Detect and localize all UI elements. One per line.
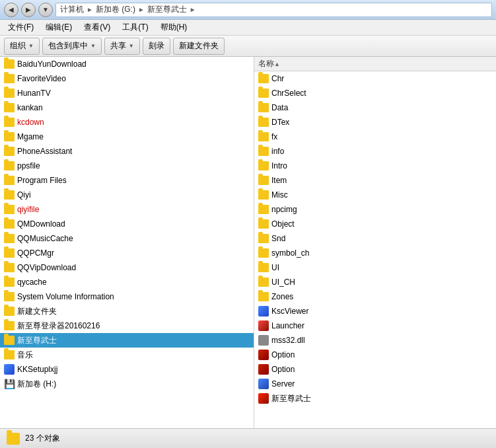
list-item[interactable]: Program Files <box>0 173 254 188</box>
list-item[interactable]: Mgame <box>0 130 254 144</box>
folder-icon <box>258 263 269 272</box>
list-item[interactable]: kankan <box>0 100 254 115</box>
file-name: QQMusicCache <box>17 234 73 243</box>
menu-edit[interactable]: 编辑(E) <box>40 20 77 34</box>
list-item[interactable]: Intro <box>254 159 496 173</box>
list-item[interactable]: qiyifile <box>0 202 254 217</box>
list-item-selected[interactable]: 新至尊武士 <box>0 333 254 348</box>
list-item[interactable]: Zones <box>254 289 496 304</box>
file-name: HunanTV <box>17 89 51 98</box>
include-library-button[interactable]: 包含到库中 ▼ <box>42 38 102 55</box>
folder-icon <box>258 292 269 301</box>
folder-icon <box>4 205 15 214</box>
list-item[interactable]: info <box>254 144 496 159</box>
forward-button[interactable]: ▶ <box>21 3 36 17</box>
list-item[interactable]: UI <box>254 260 496 275</box>
list-item[interactable]: FavoriteVideo <box>0 71 254 86</box>
sort-arrow-icon: ▲ <box>274 61 280 67</box>
list-item[interactable]: qycache <box>0 275 254 289</box>
list-item[interactable]: 新建文件夹 <box>0 304 254 318</box>
list-item[interactable]: npcimg <box>254 202 496 217</box>
list-item[interactable]: HunanTV <box>0 86 254 100</box>
file-name: 新至尊登录器20160216 <box>17 320 100 332</box>
back-button[interactable]: ◀ <box>4 3 18 17</box>
list-item[interactable]: BaiduYunDownload <box>0 57 254 71</box>
list-item[interactable]: 新至尊登录器20160216 <box>0 318 254 333</box>
file-name: Mgame <box>17 132 44 141</box>
menu-help[interactable]: 帮助(H) <box>155 20 193 34</box>
breadcrumb-sep1: ► <box>87 6 93 13</box>
list-item[interactable]: System Volume Information <box>0 289 254 304</box>
list-item[interactable]: Server <box>254 377 496 391</box>
column-header[interactable]: 名称 ▲ <box>254 57 496 71</box>
status-bar: 23 个对象 <box>0 428 496 448</box>
list-item[interactable]: kcdown <box>0 115 254 130</box>
dropdown-button[interactable]: ▼ <box>38 3 53 17</box>
menu-file[interactable]: 文件(F) <box>3 20 39 34</box>
list-item[interactable]: 新至尊武士 <box>254 391 496 406</box>
file-name: 新至尊武士 <box>271 393 311 404</box>
list-item[interactable]: ppsfile <box>0 159 254 173</box>
list-item[interactable]: Launcher <box>254 318 496 333</box>
server-icon <box>258 379 269 389</box>
new-folder-button[interactable]: 新建文件夹 <box>173 38 225 55</box>
option2-icon <box>258 364 269 375</box>
list-item[interactable]: QQPCMgr <box>0 246 254 260</box>
breadcrumb-computer: 计算机 <box>60 4 84 15</box>
folder-icon <box>258 147 269 156</box>
folder-icon <box>4 307 15 316</box>
folder-icon <box>4 161 15 170</box>
file-name: kankan <box>17 103 43 112</box>
list-item[interactable]: symbol_ch <box>254 246 496 260</box>
status-count: 23 个对象 <box>25 433 60 444</box>
list-item[interactable]: Misc <box>254 188 496 202</box>
main-content: BaiduYunDownload FavoriteVideo HunanTV k… <box>0 57 496 428</box>
list-item[interactable]: KscViewer <box>254 304 496 318</box>
list-item[interactable]: PhoneAssistant <box>0 144 254 159</box>
list-item[interactable]: fx <box>254 130 496 144</box>
list-item[interactable]: DTex <box>254 115 496 130</box>
folder-icon <box>258 248 269 258</box>
list-item[interactable]: 音乐 <box>0 348 254 362</box>
left-file-list[interactable]: BaiduYunDownload FavoriteVideo HunanTV k… <box>0 57 254 428</box>
list-item[interactable]: mss32.dll <box>254 333 496 348</box>
file-name: Zones <box>271 292 293 301</box>
list-item[interactable]: Snd <box>254 231 496 246</box>
share-button[interactable]: 共享 ▼ <box>104 38 140 55</box>
menu-view[interactable]: 查看(V) <box>79 20 116 34</box>
folder-icon <box>258 89 269 98</box>
list-item[interactable]: KKSetuplxjj <box>0 362 254 377</box>
list-item[interactable]: Object <box>254 217 496 231</box>
list-item[interactable]: ChrSelect <box>254 86 496 100</box>
burn-button[interactable]: 刻录 <box>143 38 170 55</box>
right-file-list[interactable]: Chr ChrSelect Data DTex fx info <box>254 71 496 428</box>
list-item[interactable]: UI_CH <box>254 275 496 289</box>
menu-tools[interactable]: 工具(T) <box>117 20 153 34</box>
folder-icon <box>4 350 15 359</box>
folder-icon <box>4 147 15 156</box>
address-bar[interactable]: 计算机 ► 新加卷 (G:) ► 新至尊武士 ► <box>55 3 492 17</box>
menu-bar: 文件(F) 编辑(E) 查看(V) 工具(T) 帮助(H) <box>0 20 496 36</box>
file-name: Intro <box>271 161 287 170</box>
list-item[interactable]: Item <box>254 173 496 188</box>
list-item[interactable]: Option <box>254 348 496 362</box>
list-item[interactable]: QMDownload <box>0 217 254 231</box>
list-item[interactable]: Option <box>254 362 496 377</box>
file-name: ChrSelect <box>271 89 306 98</box>
file-name: 新加卷 (H:) <box>17 379 56 390</box>
folder-icon <box>258 278 269 287</box>
list-item[interactable]: QQMusicCache <box>0 231 254 246</box>
option1-icon <box>258 350 269 360</box>
list-item[interactable]: Data <box>254 100 496 115</box>
folder-icon <box>4 132 15 141</box>
list-item[interactable]: Qiyi <box>0 188 254 202</box>
folder-icon <box>4 248 15 258</box>
breadcrumb-sep3: ► <box>190 6 196 13</box>
file-name: QQVipDownload <box>17 263 76 272</box>
file-name: qiyifile <box>17 205 39 214</box>
list-item[interactable]: Chr <box>254 71 496 86</box>
file-name: BaiduYunDownload <box>17 59 87 69</box>
list-item-drive[interactable]: 💾 新加卷 (H:) <box>0 377 254 391</box>
list-item[interactable]: QQVipDownload <box>0 260 254 275</box>
organize-button[interactable]: 组织 ▼ <box>4 38 40 55</box>
